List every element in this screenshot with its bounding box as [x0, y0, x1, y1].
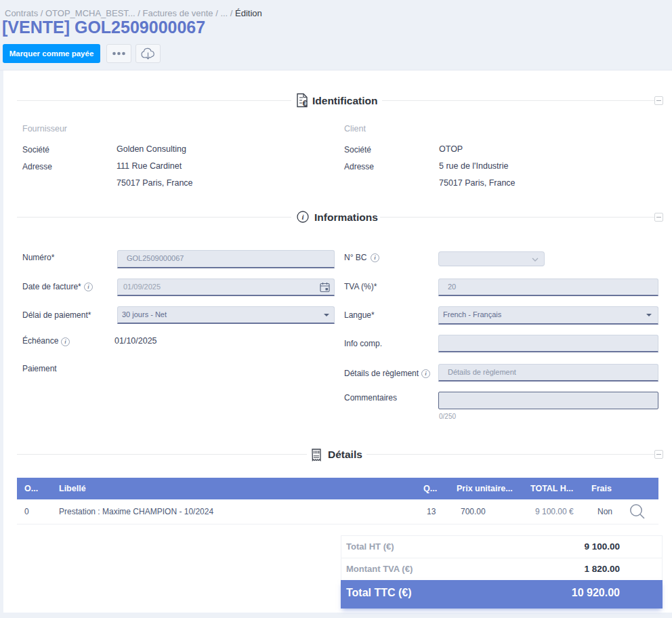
svg-text:€: €	[303, 98, 308, 108]
svg-text:i: i	[301, 213, 304, 221]
